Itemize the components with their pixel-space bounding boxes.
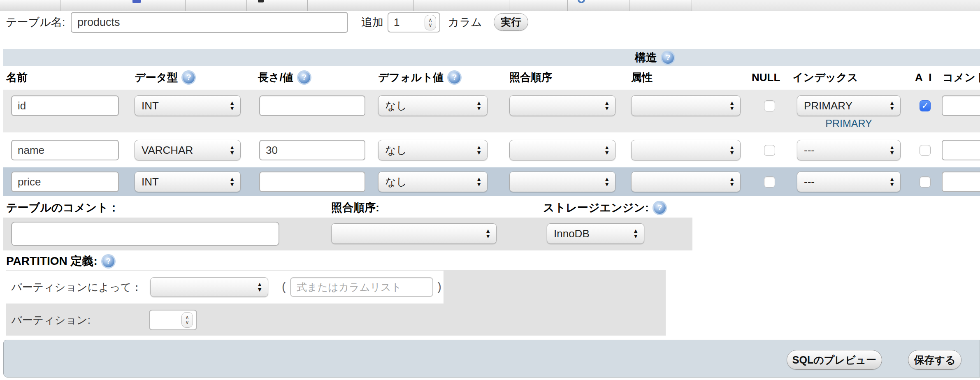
help-icon-structure[interactable]	[662, 52, 674, 64]
partition-title: PARTITION 定義:	[6, 253, 98, 269]
table-collation-select[interactable]	[331, 223, 497, 244]
index-select[interactable]: ---	[797, 140, 901, 160]
help-icon-length[interactable]	[298, 72, 310, 83]
tab-bar	[0, 0, 980, 11]
select-arrows-icon	[729, 145, 735, 155]
column-attributes-select[interactable]	[631, 140, 741, 160]
tab-stub[interactable]	[568, 0, 629, 11]
column-type-select[interactable]: INT	[135, 95, 241, 116]
help-icon-default[interactable]	[448, 72, 460, 83]
header-default: デフォルト値	[378, 70, 444, 85]
column-length-value: 30	[266, 144, 278, 157]
column-default-select[interactable]: なし	[378, 95, 488, 116]
partition-count-label: パーティション:	[11, 310, 91, 330]
help-icon-engine[interactable]	[654, 202, 666, 214]
header-type: データ型	[135, 70, 178, 85]
column-type-select[interactable]: VARCHAR	[135, 140, 241, 160]
save-button[interactable]: 保存する	[908, 350, 961, 370]
partition-expression-placeholder: 式またはカラムリスト	[297, 280, 402, 294]
add-columns-count-stepper[interactable]: 1	[388, 12, 440, 32]
column-name-input[interactable]: id	[11, 95, 119, 116]
column-header-row: 名前 データ型 長さ/値 デフォルト値 照合順序 属性 NULL インデックス …	[3, 66, 980, 88]
tab-stub[interactable]	[120, 0, 186, 11]
primary-index-link[interactable]: PRIMARY	[797, 118, 901, 130]
table-name-value: products	[77, 16, 120, 29]
table-options-band: InnoDB	[3, 218, 692, 250]
select-arrows-icon	[604, 176, 610, 187]
add-columns-label: 追加	[361, 15, 383, 30]
column-default-select[interactable]: なし	[378, 171, 488, 192]
column-collation-select[interactable]	[509, 140, 615, 160]
table-comment-label: テーブルのコメント：	[6, 200, 119, 215]
go-button[interactable]: 実行	[494, 13, 528, 31]
tab-stub[interactable]	[247, 0, 308, 11]
column-name-input[interactable]: price	[11, 171, 119, 192]
index-value: ---	[804, 144, 815, 157]
select-arrows-icon	[229, 145, 235, 155]
table-collation-label: 照合順序:	[331, 200, 379, 215]
column-length-input[interactable]	[259, 95, 365, 116]
help-icon-partition[interactable]	[102, 255, 114, 267]
header-null: NULL	[752, 71, 780, 84]
tab-stub[interactable]	[0, 0, 60, 11]
column-type-value: INT	[142, 176, 159, 188]
column-attributes-select[interactable]	[631, 95, 741, 116]
column-type-select[interactable]: INT	[135, 171, 241, 192]
column-comment-input[interactable]	[942, 140, 980, 160]
partition-by-label: パーティションによって：	[11, 277, 142, 297]
preview-sql-button[interactable]: SQLのプレビュー	[787, 350, 882, 370]
column-name-input[interactable]: name	[11, 140, 119, 160]
stepper-arrows-icon[interactable]	[425, 15, 436, 30]
columns-word-label: カラム	[448, 15, 482, 30]
header-name: 名前	[6, 70, 28, 85]
tab-stub[interactable]	[629, 0, 692, 11]
partition-expression-input[interactable]: 式またはカラムリスト	[290, 277, 433, 297]
ai-checkbox[interactable]	[920, 100, 931, 111]
column-length-input[interactable]: 30	[259, 140, 365, 160]
tab-stub[interactable]	[308, 0, 414, 11]
index-select[interactable]: ---	[797, 171, 901, 192]
tab-stub[interactable]	[186, 0, 247, 11]
column-default-select[interactable]: なし	[378, 140, 488, 160]
column-type-value: VARCHAR	[142, 144, 193, 157]
column-default-value: なし	[385, 143, 407, 158]
index-select[interactable]: PRIMARY	[797, 95, 901, 116]
column-collation-select[interactable]	[509, 95, 615, 116]
column-length-input[interactable]	[259, 171, 365, 192]
ai-checkbox[interactable]	[920, 176, 931, 188]
index-value: PRIMARY	[804, 100, 852, 112]
table-comment-input[interactable]	[11, 222, 279, 246]
column-name-value: price	[18, 176, 41, 188]
partition-by-select[interactable]	[150, 277, 268, 297]
tab-stub[interactable]	[414, 0, 509, 11]
select-arrows-icon	[229, 100, 235, 111]
column-row-id: id INT なし PRIMARY PRIMARY	[3, 90, 980, 132]
index-value: ---	[804, 176, 815, 188]
structure-band: 構造	[3, 49, 980, 66]
help-icon-type[interactable]	[183, 72, 195, 83]
ai-checkbox[interactable]	[920, 145, 931, 156]
column-type-value: INT	[142, 100, 159, 112]
null-checkbox[interactable]	[764, 145, 775, 156]
column-comment-input[interactable]	[942, 95, 980, 116]
storage-engine-select[interactable]: InnoDB	[547, 223, 644, 244]
select-arrows-icon	[889, 145, 895, 155]
column-collation-select[interactable]	[509, 171, 615, 192]
table-name-input[interactable]: products	[71, 12, 348, 33]
column-comment-input[interactable]	[942, 171, 980, 192]
null-checkbox[interactable]	[764, 176, 775, 188]
column-attributes-select[interactable]	[631, 171, 741, 192]
select-arrows-icon	[476, 100, 482, 111]
storage-engine-value: InnoDB	[554, 227, 590, 240]
null-checkbox[interactable]	[764, 100, 775, 111]
tab-stub[interactable]	[60, 0, 120, 11]
partition-box: パーティションによって： ( 式またはカラムリスト ) パーティション:	[6, 270, 666, 336]
select-arrows-icon	[257, 282, 262, 292]
stepper-arrows-icon[interactable]	[181, 312, 193, 328]
partition-count-stepper[interactable]	[149, 310, 197, 330]
select-arrows-icon	[229, 176, 235, 187]
select-arrows-icon	[729, 176, 735, 187]
tab-stub[interactable]	[509, 0, 568, 11]
tab-bar-empty-area	[692, 0, 980, 11]
select-arrows-icon	[729, 100, 735, 111]
